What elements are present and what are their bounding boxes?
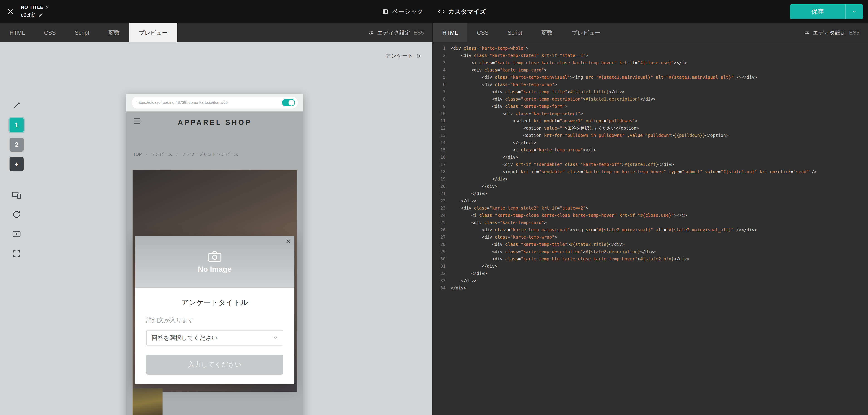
code-line[interactable]: 6 <div class="karte-temp-wrap"> (433, 81, 868, 88)
pencil-icon (38, 13, 43, 18)
line-number: 13 (433, 132, 451, 139)
code-pane-section: HTML CSS Script 変数 プレビュー エディタ設定 ES5 1<di… (432, 23, 868, 415)
line-number: 10 (433, 110, 451, 117)
editor-settings-left[interactable]: エディタ設定 ES5 (368, 23, 432, 42)
code-line[interactable]: 20 </div> (433, 182, 868, 190)
line-number: 9 (433, 102, 451, 110)
html-code-editor[interactable]: 1<div class="karte-temp-whole">2 <div cl… (433, 42, 868, 415)
code-line[interactable]: 11 <select krt-model="answer1" options="… (433, 117, 868, 124)
code-line[interactable]: 13 <option krt-for="pulldown in pulldown… (433, 132, 868, 139)
preview-toggle-switch[interactable] (282, 99, 295, 106)
line-number: 3 (433, 59, 451, 66)
code-line[interactable]: 5 <div class="karte-temp-mainvisual"><im… (433, 73, 868, 81)
code-line[interactable]: 17 <div krt-if="!sendable" class="karte-… (433, 161, 868, 168)
state-1-button[interactable]: 1 (9, 118, 24, 132)
line-number: 4 (433, 66, 451, 73)
tab-right-css[interactable]: CSS (467, 23, 498, 42)
chevron-down-icon (273, 335, 278, 340)
tab-right-preview[interactable]: プレビュー (562, 23, 610, 42)
code-line[interactable]: 16 </div> (433, 153, 868, 161)
breadcrumb[interactable]: NO TITLE (21, 5, 49, 10)
code-line[interactable]: 23 <div class="karte-temp-state2" krt-if… (433, 204, 868, 212)
save-button[interactable]: 保存 (790, 4, 845, 19)
edit-title-button[interactable] (38, 13, 43, 18)
url-bar[interactable]: https://eleasefreading.48738f.demo-karte… (132, 97, 298, 109)
tab-left-preview[interactable]: プレビュー (129, 23, 177, 42)
line-number: 19 (433, 175, 451, 182)
close-icon (7, 8, 14, 15)
editor-mode-label: ES5 (413, 30, 424, 36)
code-line[interactable]: 18 <input krt-if="sendable" class="karte… (433, 168, 868, 175)
preview-canvas: 1 2 + (0, 42, 432, 415)
tab-left-html[interactable]: HTML (0, 23, 34, 42)
line-number: 7 (433, 88, 451, 95)
code-line[interactable]: 33 </div> (433, 277, 868, 284)
code-line[interactable]: 26 <div class="karte-temp-mainvisual"><i… (433, 226, 868, 233)
modal-body: アンケートタイトル 詳細文が入ります 回答を選択してください 入力してください (135, 288, 294, 384)
tab-right-html[interactable]: HTML (433, 23, 467, 42)
code-line[interactable]: 4 <div class="karte-temp-card"> (433, 66, 868, 73)
code-lines[interactable]: 1<div class="karte-temp-whole">2 <div cl… (433, 42, 868, 292)
answer-select[interactable]: 回答を選択してください (146, 330, 283, 346)
code-line[interactable]: 10 <div class="karte-temp-select"> (433, 110, 868, 117)
code-line[interactable]: 1<div class="karte-temp-whole"> (433, 45, 868, 52)
code-line[interactable]: 30 <div class="karte-temp-btn karte-clos… (433, 255, 868, 262)
topbar: NO TITLE c9cl案 ベーシック カスタマイズ (0, 0, 868, 23)
breadcrumb-label: NO TITLE (21, 5, 43, 10)
code-line[interactable]: 14 </select> (433, 139, 868, 146)
code-line[interactable]: 9 <div class="karte-temp-form"> (433, 102, 868, 110)
save-group: 保存 (790, 4, 863, 19)
close-editor-button[interactable] (0, 0, 21, 23)
animation-preview-button[interactable] (9, 227, 24, 241)
code-line[interactable]: 8 <div class="karte-temp-description">#{… (433, 95, 868, 102)
line-number: 15 (433, 146, 451, 153)
submit-button[interactable]: 入力してください (146, 355, 283, 375)
mode-basic-button[interactable]: ベーシック (382, 7, 423, 16)
draw-tool-button[interactable] (9, 98, 24, 113)
save-dropdown-button[interactable] (845, 4, 863, 19)
line-number: 20 (433, 182, 451, 190)
code-line[interactable]: 7 <div class="karte-temp-title">#{state1… (433, 88, 868, 95)
gear-icon (416, 53, 422, 59)
tab-left-script[interactable]: Script (65, 23, 99, 42)
code-tabbar: HTML CSS Script 変数 プレビュー エディタ設定 ES5 (433, 23, 868, 42)
action-type-label[interactable]: アンケート (385, 52, 422, 59)
fullscreen-button[interactable] (9, 246, 24, 261)
tab-left-variables[interactable]: 変数 (99, 23, 129, 42)
code-line[interactable]: 34</div> (433, 284, 868, 292)
code-line[interactable]: 31 </div> (433, 262, 868, 270)
state-2-button[interactable]: 2 (9, 138, 24, 152)
line-number: 1 (433, 45, 451, 52)
code-line[interactable]: 22 </div> (433, 197, 868, 204)
code-line[interactable]: 2 <div class="karte-temp-state1" krt-if=… (433, 52, 868, 59)
code-line[interactable]: 15 <i class="karte-temp-arrow"></i> (433, 146, 868, 153)
mode-customize-label: カスタマイズ (448, 7, 486, 16)
code-line[interactable]: 28 <div class="karte-temp-title">#{state… (433, 241, 868, 248)
code-line[interactable]: 25 <div class="karte-temp-card"> (433, 219, 868, 226)
modal-close-button[interactable] (285, 238, 292, 245)
rotate-device-button[interactable] (9, 208, 24, 221)
tab-right-variables[interactable]: 変数 (532, 23, 562, 42)
code-line[interactable]: 3 <i class="karte-temp-close karte-close… (433, 59, 868, 66)
line-number: 12 (433, 124, 451, 132)
mode-customize-button[interactable]: カスタマイズ (438, 7, 486, 16)
camera-icon (208, 250, 222, 262)
code-line[interactable]: 32 </div> (433, 270, 868, 277)
code-line[interactable]: 27 <div class="karte-temp-wrap"> (433, 233, 868, 241)
device-preview-button[interactable] (9, 188, 24, 202)
devices-icon (12, 190, 21, 200)
tab-left-css[interactable]: CSS (34, 23, 65, 42)
preview-tabbar: HTML CSS Script 変数 プレビュー エディタ設定 ES5 (0, 23, 432, 42)
code-line[interactable]: 21 </div> (433, 190, 868, 197)
editor-settings-right[interactable]: エディタ設定 ES5 (804, 23, 868, 42)
chevron-right-icon (45, 6, 49, 9)
code-line[interactable]: 24 <i class="karte-temp-close karte-clos… (433, 212, 868, 219)
code-line[interactable]: 29 <div class="karte-temp-description">#… (433, 248, 868, 255)
add-state-button[interactable]: + (9, 157, 24, 171)
answer-select-value: 回答を選択してください (152, 334, 217, 342)
line-number: 2 (433, 52, 451, 59)
code-line[interactable]: 19 </div> (433, 175, 868, 182)
code-line[interactable]: 12 <option value="">回答を選択してください</option> (433, 124, 868, 132)
line-number: 8 (433, 95, 451, 102)
tab-right-script[interactable]: Script (498, 23, 532, 42)
